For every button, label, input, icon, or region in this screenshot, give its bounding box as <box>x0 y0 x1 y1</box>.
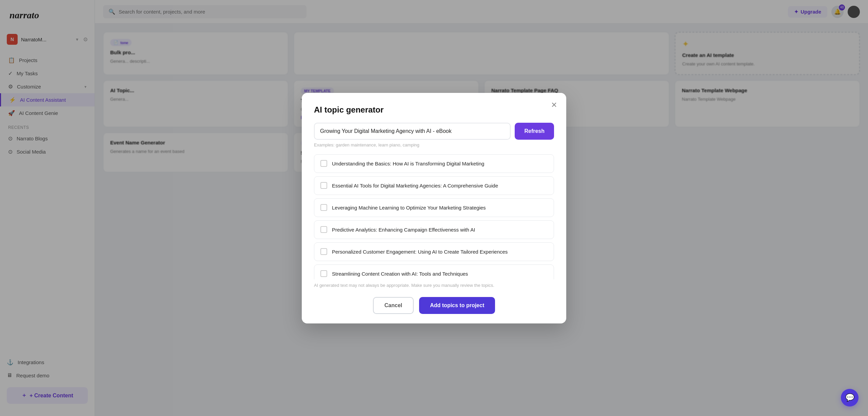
ai-topic-generator-modal: ✕ AI topic generator Refresh Examples: g… <box>302 93 566 323</box>
topic-item-3[interactable]: Leveraging Machine Learning to Optimize … <box>314 198 554 217</box>
examples-hint: Examples: garden maintenance, learn pian… <box>314 142 554 147</box>
modal-overlay[interactable]: ✕ AI topic generator Refresh Examples: g… <box>0 0 868 416</box>
topic-input[interactable] <box>314 123 511 140</box>
topic-checkbox-1[interactable] <box>320 160 327 167</box>
topic-checkbox-2[interactable] <box>320 182 327 189</box>
refresh-label: Refresh <box>524 128 545 134</box>
topic-text-5: Personalized Customer Engagement: Using … <box>332 248 508 255</box>
topic-checkbox-4[interactable] <box>320 226 327 233</box>
topic-checkbox-6[interactable] <box>320 270 327 277</box>
topic-text-6: Streamlining Content Creation with AI: T… <box>332 270 468 277</box>
topic-item-4[interactable]: Predictive Analytics: Enhancing Campaign… <box>314 220 554 239</box>
cancel-button[interactable]: Cancel <box>373 297 414 314</box>
topics-list: Understanding the Basics: How AI is Tran… <box>314 154 554 280</box>
modal-title: AI topic generator <box>314 105 554 115</box>
topic-item-1[interactable]: Understanding the Basics: How AI is Tran… <box>314 154 554 173</box>
ai-disclaimer: AI generated text may not always be appr… <box>314 282 554 289</box>
chat-icon: 💬 <box>845 393 854 402</box>
topic-item-6[interactable]: Streamlining Content Creation with AI: T… <box>314 264 554 280</box>
topic-item-5[interactable]: Personalized Customer Engagement: Using … <box>314 242 554 261</box>
modal-input-row: Refresh <box>314 123 554 140</box>
add-topics-button[interactable]: Add topics to project <box>419 297 495 314</box>
chat-bubble-button[interactable]: 💬 <box>841 389 859 407</box>
topic-text-4: Predictive Analytics: Enhancing Campaign… <box>332 226 475 233</box>
topic-text-1: Understanding the Basics: How AI is Tran… <box>332 160 484 167</box>
topic-checkbox-5[interactable] <box>320 248 327 255</box>
topic-text-2: Essential AI Tools for Digital Marketing… <box>332 182 498 189</box>
topic-checkbox-3[interactable] <box>320 204 327 211</box>
topic-item-2[interactable]: Essential AI Tools for Digital Marketing… <box>314 176 554 195</box>
topic-text-3: Leveraging Machine Learning to Optimize … <box>332 204 486 211</box>
modal-actions: Cancel Add topics to project <box>314 297 554 314</box>
modal-close-button[interactable]: ✕ <box>549 100 559 111</box>
refresh-button[interactable]: Refresh <box>515 123 554 140</box>
